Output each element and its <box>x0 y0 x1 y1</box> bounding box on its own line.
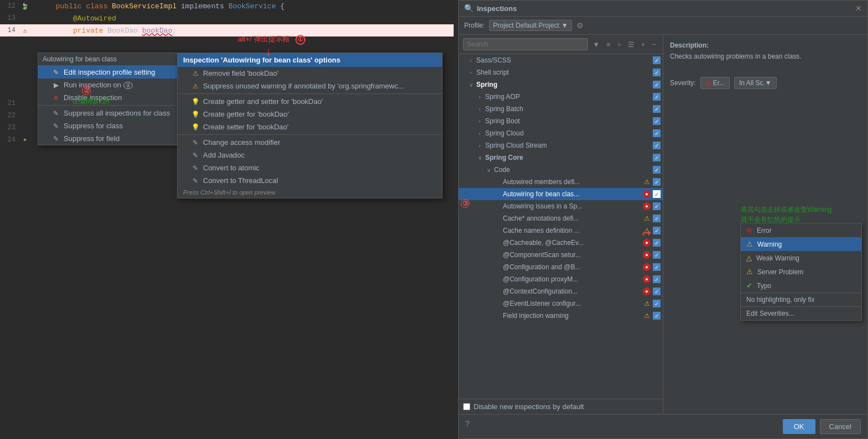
spring-checkbox[interactable]: ✓ <box>653 81 661 88</box>
suppress-field-icon: ✎ <box>51 135 60 143</box>
severity-scope-btn[interactable]: In All Sc.▼ <box>734 77 777 89</box>
description-header: Description: Checks autowiring problems … <box>670 41 861 61</box>
sev-weak-warning-item[interactable]: △ Weak Warning <box>741 251 861 265</box>
add-javadoc-item[interactable]: ✎ Add Javadoc <box>178 149 442 161</box>
tree-item-componentscan[interactable]: @ComponentScan setur... ● ✓ <box>459 249 663 261</box>
tree-item-field-injection[interactable]: Field injection warning ⚠ ✓ <box>459 310 663 322</box>
contextconfig-checkbox[interactable]: ✓ <box>653 288 661 295</box>
create-getter-item[interactable]: 💡 Create getter for 'bookDao' <box>178 108 442 121</box>
componentscan-checkbox[interactable]: ✓ <box>653 251 661 259</box>
tree-item-spring-cloud-stream[interactable]: › Spring Cloud Stream ✓ <box>459 139 663 151</box>
sev-error-item[interactable]: ⊗ Error <box>741 223 861 237</box>
cross-icon: ✕ <box>51 94 60 102</box>
separator-r2 <box>178 134 442 135</box>
cacheable-badge: ● <box>643 239 651 247</box>
sev-warning-item[interactable]: ⚠ Warning <box>741 237 861 251</box>
create-setter-item[interactable]: 💡 Create setter for 'bookDao' <box>178 121 442 133</box>
add-button[interactable]: + <box>639 39 648 50</box>
collapse-all-button[interactable]: ÷ <box>615 39 623 50</box>
disable-new-checkbox[interactable] <box>463 403 470 410</box>
tree-item-cache-names[interactable]: Cache names definition ... ⚠ ✓ <box>459 224 663 237</box>
cacheable-label: @Cacheable, @CacheEv... <box>503 239 641 247</box>
tree-item-shell[interactable]: › Shell script ✓ <box>459 66 663 79</box>
field-injection-label: Field injection warning <box>503 312 641 320</box>
tree-item-autowiring-bean[interactable]: Autowiring for bean clas... ● ✓ <box>459 188 663 200</box>
sev-server-icon: ⚠ <box>746 268 753 276</box>
tree-item-cacheable[interactable]: @Cacheable, @CacheEv... ● ✓ <box>459 237 663 249</box>
tree-item-configuration-b[interactable]: @Configuration and @B... ● ✓ <box>459 261 663 273</box>
eventlistener-checkbox[interactable]: ✓ <box>653 300 661 307</box>
severity-error-btn[interactable]: ⊗ Er... <box>700 77 730 89</box>
filter-button[interactable]: ▼ <box>590 39 602 50</box>
tree-item-spring-aop[interactable]: › Spring AOP ✓ <box>459 91 663 103</box>
spring-batch-checkbox[interactable]: ✓ <box>653 105 661 113</box>
spring-cloud-checkbox[interactable]: ✓ <box>653 129 661 137</box>
sev-edit-severities-item[interactable]: Edit Severities... <box>741 307 861 320</box>
gear-button[interactable]: ⚙ <box>576 21 584 30</box>
tree-item-autowired-members[interactable]: Autowired members defi... ⚠ ✓ <box>459 176 663 188</box>
tree-item-spring[interactable]: ∨ Spring ✓ <box>459 79 663 91</box>
tree-item-spring-cloud[interactable]: › Spring Cloud ✓ <box>459 127 663 139</box>
sev-typo-label: Typo <box>757 282 771 290</box>
code-label: Code <box>494 166 651 174</box>
field-injection-checkbox[interactable]: ✓ <box>653 312 661 320</box>
sev-no-highlight-label: No highlighting, only fix <box>746 296 814 304</box>
convert-atomic-item[interactable]: ✎ Convert to atomic <box>178 161 442 174</box>
tree-item-eventlistener[interactable]: @EventListener configur... ⚠ ✓ <box>459 297 663 310</box>
configuration-proxy-checkbox[interactable]: ✓ <box>653 275 661 283</box>
search-input[interactable] <box>463 38 588 50</box>
convert-threadlocal-item[interactable]: ✎ Convert to ThreadLocal <box>178 174 442 187</box>
create-getter-label: Create getter for 'bookDao' <box>203 110 289 118</box>
tree-item-autowiring-issues[interactable]: Autowiring issues in a Sp... ● ✓ <box>459 200 663 212</box>
sass-checkbox[interactable]: ✓ <box>653 56 661 64</box>
inspections-dialog: 🔍 Inspections ✕ Profile: Project Default… <box>458 0 868 439</box>
tree-item-spring-core[interactable]: ∨ Spring Core ✓ <box>459 151 663 164</box>
spring-cloud-stream-checkbox[interactable]: ✓ <box>653 142 661 149</box>
sev-no-highlight-item[interactable]: No highlighting, only fix <box>741 293 861 306</box>
help-button[interactable]: ? <box>465 419 778 434</box>
change-access-item[interactable]: ✎ Change access modifier <box>178 136 442 149</box>
spring-aop-checkbox[interactable]: ✓ <box>653 93 661 101</box>
check-icon-3: ✎ <box>191 164 200 172</box>
check-icon-4: ✎ <box>191 177 200 185</box>
spring-core-checkbox[interactable]: ✓ <box>653 154 661 161</box>
severity-row: Severity: ⊗ Er... In All Sc.▼ <box>670 77 861 89</box>
convert-atomic-label: Convert to atomic <box>203 164 259 172</box>
expand-all-button[interactable]: ≡ <box>604 39 613 50</box>
spring-arrow: ∨ <box>467 82 474 88</box>
tree-item-cache-annotations[interactable]: Cache* annotations defi... ⚠ ✓ <box>459 212 663 224</box>
suppress-class-icon: ✎ <box>51 122 60 130</box>
description-text: Checks autowiring problems in a bean cla… <box>670 51 861 61</box>
tree-item-contextconfig[interactable]: @ContextConfiguration... ● ✓ <box>459 285 663 297</box>
tree-item-sass[interactable]: › Sass/SCSS ✓ <box>459 54 663 66</box>
spring-aop-label: Spring AOP <box>485 93 651 101</box>
remove-field-item[interactable]: ⚠ Remove field 'bookDao' <box>178 67 442 80</box>
tree-item-configuration-proxy[interactable]: @Configuration proxyM... ● ✓ <box>459 273 663 285</box>
close-button[interactable]: ✕ <box>855 4 862 13</box>
profile-dropdown[interactable]: Project Default Project ▼ <box>489 20 571 31</box>
spring-boot-checkbox[interactable]: ✓ <box>653 117 661 125</box>
cache-names-checkbox[interactable]: ✓ <box>653 227 661 234</box>
configuration-b-label: @Configuration and @B... <box>503 263 641 271</box>
tree-item-spring-batch[interactable]: › Spring Batch ✓ <box>459 103 663 115</box>
create-getter-setter-item[interactable]: 💡 Create getter and setter for 'bookDao' <box>178 95 442 108</box>
shell-checkbox[interactable]: ✓ <box>653 69 661 76</box>
code-checkbox[interactable]: ✓ <box>653 166 661 174</box>
cancel-button[interactable]: Cancel <box>820 419 861 434</box>
autowiring-issues-checkbox[interactable]: ✓ <box>653 202 661 210</box>
code-line-14: 14 ⚠ private BookDao bookDao; <box>0 24 454 36</box>
configuration-b-checkbox[interactable]: ✓ <box>653 263 661 271</box>
autowiring-bean-checkbox[interactable]: ✓ <box>653 190 661 198</box>
sev-error-icon: ⊗ <box>746 226 752 234</box>
remove-button[interactable]: − <box>649 39 658 50</box>
sev-server-item[interactable]: ⚠ Server Problem <box>741 265 861 279</box>
group-button[interactable]: ☰ <box>626 39 637 50</box>
autowired-members-checkbox[interactable]: ✓ <box>653 178 661 186</box>
cache-annotations-checkbox[interactable]: ✓ <box>653 215 661 222</box>
ok-button[interactable]: OK <box>783 419 815 434</box>
cacheable-checkbox[interactable]: ✓ <box>653 239 661 247</box>
tree-item-code[interactable]: ∨ Code ✓ <box>459 164 663 176</box>
suppress-unused-item[interactable]: ⚠ Suppress unused warning if annotated b… <box>178 80 442 92</box>
sev-typo-item[interactable]: ✔ Typo <box>741 279 861 292</box>
tree-item-spring-boot[interactable]: › Spring Boot ✓ <box>459 115 663 127</box>
